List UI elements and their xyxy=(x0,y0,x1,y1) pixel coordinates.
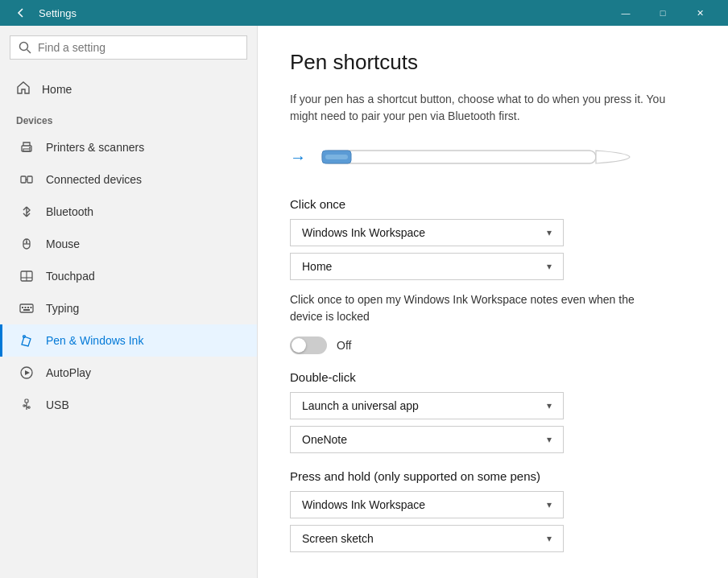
double-click-dropdown1[interactable]: Launch a universal app ▾ xyxy=(290,392,564,419)
double-click-heading: Double-click xyxy=(290,370,696,384)
page-title: Pen shortcuts xyxy=(290,50,696,75)
click-once-heading: Click once xyxy=(290,197,696,211)
chevron-down-icon: ▾ xyxy=(547,400,552,411)
typing-label: Typing xyxy=(46,302,79,315)
sidebar-item-connected[interactable]: Connected devices xyxy=(0,163,257,196)
printers-label: Printers & scanners xyxy=(46,141,144,154)
double-click-value1: Launch a universal app xyxy=(302,399,419,412)
typing-icon xyxy=(19,300,35,316)
press-hold-dropdown1[interactable]: Windows Ink Workspace ▾ xyxy=(290,491,564,518)
svg-rect-20 xyxy=(23,309,30,311)
home-icon xyxy=(16,81,31,97)
press-hold-value1: Windows Ink Workspace xyxy=(302,498,425,511)
svg-marker-23 xyxy=(25,370,30,375)
touchpad-icon xyxy=(19,268,35,284)
lock-screen-toggle[interactable] xyxy=(290,336,327,354)
chevron-down-icon: ▾ xyxy=(547,533,552,544)
chevron-down-icon: ▾ xyxy=(547,499,552,510)
pen-label: Pen & Windows Ink xyxy=(46,334,143,347)
bluetooth-icon xyxy=(19,204,35,220)
printer-icon xyxy=(19,139,35,155)
svg-rect-24 xyxy=(25,399,28,403)
sidebar-item-mouse[interactable]: Mouse xyxy=(0,228,257,260)
svg-rect-3 xyxy=(23,149,30,151)
usb-icon xyxy=(19,397,35,413)
connected-icon xyxy=(19,171,35,188)
svg-rect-30 xyxy=(322,151,596,163)
maximize-button[interactable]: □ xyxy=(644,0,681,26)
search-input[interactable] xyxy=(38,41,238,54)
search-box[interactable] xyxy=(10,35,247,60)
click-once-dropdown1[interactable]: Windows Ink Workspace ▾ xyxy=(290,219,564,246)
mouse-icon xyxy=(19,236,35,252)
search-icon xyxy=(19,41,31,54)
press-hold-value2: Screen sketch xyxy=(302,532,374,545)
double-click-value2: OneNote xyxy=(302,433,347,446)
titlebar: Settings — □ ✕ xyxy=(0,0,728,26)
window-title: Settings xyxy=(39,7,607,19)
sidebar-item-home[interactable]: Home xyxy=(0,72,257,105)
home-label: Home xyxy=(42,83,72,96)
click-once-value2: Home xyxy=(302,260,332,273)
connected-label: Connected devices xyxy=(46,173,142,186)
chevron-down-icon: ▾ xyxy=(547,434,552,445)
close-button[interactable]: ✕ xyxy=(681,0,718,26)
autoplay-icon xyxy=(19,365,35,381)
press-hold-dropdown2[interactable]: Screen sketch ▾ xyxy=(290,525,564,552)
devices-section-label: Devices xyxy=(0,105,257,131)
svg-rect-19 xyxy=(31,307,32,308)
chevron-down-icon: ▾ xyxy=(547,227,552,238)
double-click-dropdown2[interactable]: OneNote ▾ xyxy=(290,426,564,453)
autoplay-label: AutoPlay xyxy=(46,366,91,379)
toggle-state-label: Off xyxy=(337,339,351,352)
click-once-dropdown2[interactable]: Home ▾ xyxy=(290,253,564,280)
sidebar-item-printers[interactable]: Printers & scanners xyxy=(0,131,257,163)
svg-rect-5 xyxy=(21,176,26,183)
press-hold-heading: Press and hold (only supported on some p… xyxy=(290,469,696,483)
bluetooth-label: Bluetooth xyxy=(46,205,93,218)
arrow-icon: → xyxy=(290,148,306,167)
svg-rect-17 xyxy=(25,307,27,308)
sidebar-item-pen[interactable]: Pen & Windows Ink xyxy=(0,324,257,357)
toggle-row: Off xyxy=(290,336,696,354)
usb-label: USB xyxy=(46,398,69,411)
sidebar-item-bluetooth[interactable]: Bluetooth xyxy=(0,196,257,228)
sidebar-item-typing[interactable]: Typing xyxy=(0,292,257,324)
description-text: If your pen has a shortcut button, choos… xyxy=(290,91,693,125)
sidebar-item-usb[interactable]: USB xyxy=(0,389,257,421)
svg-point-0 xyxy=(20,43,28,51)
click-once-value1: Windows Ink Workspace xyxy=(302,226,425,239)
svg-rect-16 xyxy=(22,307,23,308)
sidebar: Home Devices Printers & scanners xyxy=(0,26,258,578)
pen-icon xyxy=(19,332,35,349)
pen-illustration: → xyxy=(290,141,696,173)
touchpad-label: Touchpad xyxy=(46,270,95,283)
svg-rect-32 xyxy=(325,155,348,159)
content-area: Pen shortcuts If your pen has a shortcut… xyxy=(258,26,728,578)
mouse-label: Mouse xyxy=(46,237,80,250)
svg-rect-18 xyxy=(27,307,29,308)
app-body: Home Devices Printers & scanners xyxy=(0,26,728,578)
svg-line-1 xyxy=(27,50,31,54)
chevron-down-icon: ▾ xyxy=(547,261,552,272)
sidebar-item-autoplay[interactable]: AutoPlay xyxy=(0,357,257,389)
toggle-knob xyxy=(292,338,306,353)
minimize-button[interactable]: — xyxy=(607,0,644,26)
back-button[interactable] xyxy=(10,2,32,24)
svg-rect-6 xyxy=(27,176,32,183)
sidebar-item-touchpad[interactable]: Touchpad xyxy=(0,260,257,292)
window-controls: — □ ✕ xyxy=(607,0,718,26)
toggle-note: Click once to open my Windows Ink Worksp… xyxy=(290,291,652,325)
pen-drawing xyxy=(314,141,636,173)
svg-point-4 xyxy=(29,147,31,149)
